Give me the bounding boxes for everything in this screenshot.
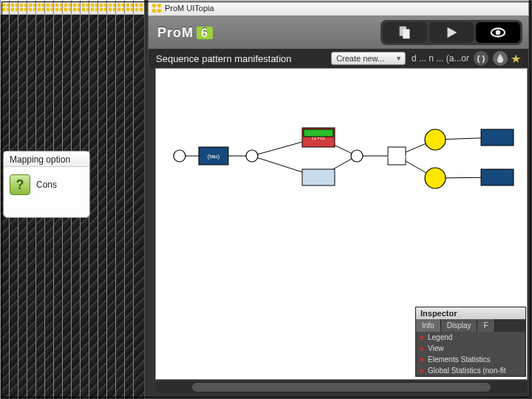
svg-point-58 (126, 8, 130, 12)
svg-point-42 (91, 8, 95, 12)
svg-point-40 (91, 4, 95, 7)
question-icon: ? (10, 174, 30, 195)
window-titlebar: ProM UITopia (148, 0, 529, 16)
svg-point-67 (157, 9, 162, 13)
svg-point-10 (20, 8, 24, 12)
horizontal-scrollbar[interactable] (155, 381, 528, 393)
svg-point-87 (246, 150, 258, 162)
star-icon[interactable]: ★ (511, 52, 521, 66)
inspector-panel: Inspector InfoDisplayF ▶Legend▶View▶Elem… (415, 307, 526, 377)
svg-point-38 (82, 8, 86, 12)
svg-rect-97 (481, 129, 514, 146)
window-icon (134, 1, 143, 10)
inspector-tab-f[interactable]: F (477, 319, 494, 332)
drop-icon (497, 54, 504, 63)
svg-point-95 (425, 129, 446, 150)
tab-view[interactable] (476, 22, 520, 43)
svg-point-12 (29, 4, 33, 7)
svg-point-50 (109, 8, 112, 12)
svg-point-56 (126, 4, 130, 7)
svg-point-54 (117, 8, 121, 12)
svg-point-65 (157, 4, 162, 8)
inspector-title: Inspector (416, 307, 525, 319)
svg-point-24 (55, 4, 59, 7)
dialog-text: Cons (36, 180, 57, 190)
inspector-row[interactable]: ▶Legend (416, 332, 525, 343)
svg-point-36 (82, 4, 86, 7)
svg-point-14 (29, 8, 33, 12)
play-icon (443, 24, 460, 41)
svg-point-8 (20, 4, 24, 7)
svg-point-62 (135, 8, 139, 12)
inspector-tab-display[interactable]: Display (441, 319, 478, 332)
page-title: Sequence pattern manifestation (156, 53, 292, 64)
svg-point-66 (152, 9, 157, 13)
triangle-icon: ▶ (420, 367, 425, 374)
svg-point-63 (140, 8, 143, 12)
svg-rect-98 (481, 169, 514, 185)
svg-point-26 (55, 8, 59, 12)
parentheses-button[interactable]: ( ) (474, 51, 488, 66)
svg-text:AND split: AND split (387, 154, 406, 159)
svg-point-72 (496, 30, 500, 35)
app-header: ProM6 (148, 16, 529, 49)
svg-point-61 (140, 4, 143, 7)
svg-point-22 (47, 8, 50, 12)
inspector-row[interactable]: ▶Global Statistics (non-fit (416, 365, 525, 376)
mode-tab-group (381, 20, 522, 45)
svg-point-16 (38, 4, 41, 7)
svg-point-44 (100, 4, 103, 7)
inspector-tabs: InfoDisplayF (416, 319, 525, 332)
eye-icon (490, 24, 506, 41)
svg-rect-91 (302, 169, 335, 185)
svg-marker-70 (448, 27, 457, 38)
subtitle-bar: Sequence pattern manifestation Create ne… (148, 49, 529, 68)
inspector-row[interactable]: ▶View (416, 343, 525, 354)
svg-point-84 (174, 150, 185, 162)
svg-point-30 (64, 8, 68, 12)
inspector-tab-info[interactable]: Info (416, 319, 441, 332)
trail-text: d ... n ... (a...or (412, 53, 469, 64)
svg-point-6 (11, 8, 15, 12)
triangle-icon: ▶ (420, 334, 425, 341)
app-version: 6 (197, 27, 213, 39)
svg-point-60 (135, 4, 139, 7)
svg-point-2 (2, 8, 6, 12)
stack-icon (397, 24, 413, 41)
svg-rect-69 (403, 29, 409, 38)
tab-run[interactable] (429, 22, 474, 43)
inspector-row[interactable]: ▶Elements Statistics (416, 354, 525, 365)
svg-point-92 (351, 150, 363, 162)
dialog-title: Mapping option (4, 151, 89, 167)
svg-point-64 (152, 4, 157, 8)
drop-button[interactable] (493, 51, 508, 66)
svg-point-0 (2, 4, 6, 7)
triangle-icon: ▶ (420, 356, 425, 363)
svg-point-20 (47, 4, 50, 7)
svg-point-52 (117, 4, 121, 7)
create-new-label: Create new... (336, 54, 384, 63)
tab-resources[interactable] (383, 22, 427, 43)
svg-point-32 (73, 4, 77, 7)
scrollbar-thumb[interactable] (192, 383, 491, 392)
svg-point-34 (73, 8, 77, 12)
mapping-options-dialog: Mapping option ? Cons (3, 151, 90, 218)
triangle-icon: ▶ (420, 345, 425, 352)
window-title: ProM UITopia (165, 4, 214, 13)
svg-point-4 (11, 4, 15, 7)
svg-point-18 (38, 8, 41, 12)
app-icon (151, 3, 162, 13)
create-new-dropdown[interactable]: Create new... (331, 52, 406, 65)
app-name: ProM (157, 25, 194, 40)
svg-rect-90 (304, 129, 333, 137)
app-logo: ProM6 (157, 25, 213, 41)
svg-point-28 (64, 4, 68, 7)
svg-text:(tau): (tau) (208, 153, 220, 160)
svg-point-46 (100, 8, 103, 12)
svg-point-48 (109, 4, 112, 7)
svg-point-96 (425, 168, 446, 188)
